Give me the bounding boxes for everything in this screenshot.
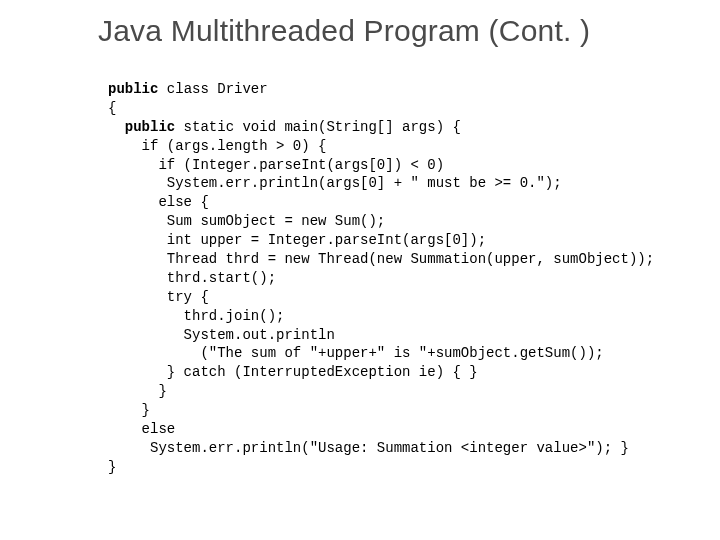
code-line-19: else [108, 421, 175, 437]
kw-public-1: public [108, 81, 158, 97]
code-line-2: { [108, 100, 116, 116]
code-line-6: System.err.println(args[0] + " must be >… [108, 175, 562, 191]
code-line-21: } [108, 459, 116, 475]
code-line-8: Sum sumObject = new Sum(); [108, 213, 385, 229]
code-line-12: try { [108, 289, 209, 305]
code-line-3: static void main(String[] args) { [175, 119, 461, 135]
code-line-17: } [108, 383, 167, 399]
kw-public-2: public [108, 119, 175, 135]
code-line-20: System.err.println("Usage: Summation <in… [108, 440, 629, 456]
code-line-1: class Driver [158, 81, 267, 97]
code-line-18: } [108, 402, 150, 418]
code-line-14: System.out.println [108, 327, 335, 343]
code-line-10: Thread thrd = new Thread(new Summation(u… [108, 251, 654, 267]
slide: Java Multithreaded Program (Cont. ) publ… [0, 0, 720, 540]
code-line-5: if (Integer.parseInt(args[0]) < 0) [108, 157, 444, 173]
code-line-16: } catch (InterruptedException ie) { } [108, 364, 478, 380]
code-line-4: if (args.length > 0) { [108, 138, 326, 154]
code-line-11: thrd.start(); [108, 270, 276, 286]
code-block: public class Driver { public static void… [108, 80, 654, 477]
slide-title: Java Multithreaded Program (Cont. ) [98, 14, 590, 48]
code-line-9: int upper = Integer.parseInt(args[0]); [108, 232, 486, 248]
code-line-15: ("The sum of "+upper+" is "+sumObject.ge… [108, 345, 604, 361]
code-line-7: else { [108, 194, 209, 210]
code-line-13: thrd.join(); [108, 308, 284, 324]
